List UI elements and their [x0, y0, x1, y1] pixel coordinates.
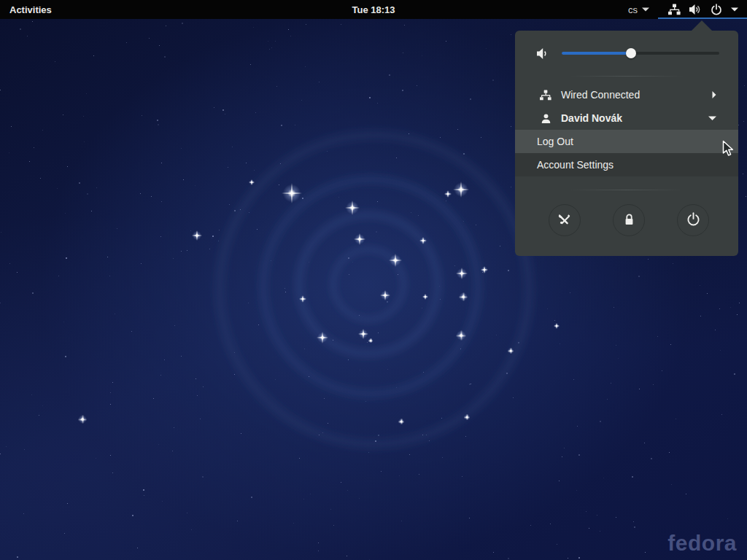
- chevron-down-icon: [731, 7, 738, 12]
- system-action-buttons: [515, 190, 738, 236]
- chevron-right-icon: [712, 91, 716, 98]
- top-bar: Activities Tue 18:13 cs: [0, 0, 747, 19]
- volume-slider-fill: [562, 52, 631, 55]
- volume-slider[interactable]: [562, 48, 719, 58]
- speaker-icon: [537, 47, 551, 60]
- menu-item-account-settings[interactable]: Account Settings: [515, 153, 738, 176]
- fedora-logo: fedora: [667, 531, 737, 556]
- menu-item-wired-connected[interactable]: Wired Connected: [515, 83, 738, 106]
- menu-item-label: Wired Connected: [561, 89, 712, 101]
- menu-item-label: Log Out: [537, 136, 573, 147]
- volume-row: [537, 41, 719, 66]
- popover-arrow: [692, 20, 712, 31]
- separator: [568, 76, 685, 77]
- user-icon: [540, 113, 551, 124]
- user-submenu: Log Out Account Settings: [515, 130, 738, 176]
- settings-icon: [557, 212, 572, 229]
- volume-icon: [689, 4, 702, 15]
- lock-icon: [623, 213, 635, 228]
- menu-item-log-out[interactable]: Log Out: [515, 130, 738, 153]
- power-button[interactable]: [677, 204, 709, 236]
- keyboard-layout-indicator[interactable]: cs: [619, 0, 658, 19]
- volume-slider-knob[interactable]: [626, 48, 636, 58]
- menu-item-label: Account Settings: [537, 159, 614, 171]
- chevron-down-icon: [708, 116, 716, 121]
- keyboard-layout-label: cs: [628, 4, 638, 15]
- system-status-menu-button[interactable]: [658, 0, 747, 19]
- lock-button[interactable]: [613, 204, 645, 236]
- activities-button[interactable]: Activities: [0, 0, 61, 19]
- network-wired-icon: [540, 90, 551, 101]
- chevron-down-icon: [642, 7, 649, 12]
- system-menu-popover: Wired Connected David Novák Log Out Acco…: [515, 31, 738, 256]
- settings-button[interactable]: [549, 204, 581, 236]
- network-wired-icon: [668, 4, 681, 15]
- menu-item-label: David Novák: [561, 112, 708, 124]
- power-icon: [686, 212, 700, 228]
- power-icon: [711, 4, 722, 15]
- menu-item-user[interactable]: David Novák: [515, 106, 738, 130]
- clock[interactable]: Tue 18:13: [352, 0, 395, 19]
